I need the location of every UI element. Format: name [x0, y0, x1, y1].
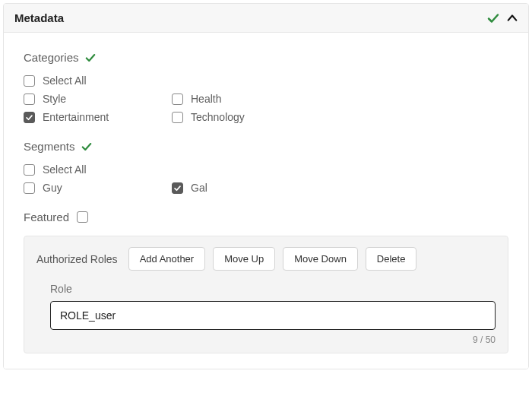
metadata-panel: Metadata Categories Select All Style: [3, 3, 529, 369]
checkbox-label: Select All: [43, 74, 87, 87]
checkbox-icon: [172, 93, 183, 105]
checkbox-label: Entertainment: [43, 111, 109, 123]
checkbox-icon: [24, 112, 35, 123]
featured-row[interactable]: Featured: [24, 211, 508, 223]
role-input[interactable]: [50, 301, 496, 330]
role-field: Role 9 / 50: [36, 283, 496, 345]
checkbox-label: Technology: [191, 111, 245, 123]
checkbox-icon: [24, 164, 35, 176]
category-entertainment[interactable]: Entertainment: [24, 111, 172, 123]
category-technology[interactable]: Technology: [172, 111, 320, 123]
checkbox-icon: [24, 182, 35, 194]
segments-grid: Select All Guy Gal: [24, 163, 508, 194]
checkbox-label: Gal: [191, 182, 207, 194]
category-style[interactable]: Style: [24, 93, 172, 105]
categories-select-all[interactable]: Select All: [24, 74, 320, 87]
roles-header-label: Authorized Roles: [36, 253, 118, 265]
segment-guy[interactable]: Guy: [24, 182, 172, 194]
panel-body: Categories Select All Style Health: [4, 33, 528, 369]
char-count: 9 / 50: [50, 334, 496, 345]
metadata-panel-header: Metadata: [4, 4, 528, 33]
categories-section-title: Categories: [24, 51, 508, 64]
authorized-roles-panel: Authorized Roles Add Another Move Up Mov…: [24, 236, 508, 353]
segments-section-title: Segments: [24, 140, 508, 153]
move-up-button[interactable]: Move Up: [213, 247, 275, 271]
add-another-button[interactable]: Add Another: [128, 247, 206, 271]
checkbox-label: Select All: [43, 163, 87, 176]
featured-label: Featured: [24, 211, 69, 223]
move-down-button[interactable]: Move Down: [283, 247, 358, 271]
segment-gal[interactable]: Gal: [172, 182, 320, 194]
segments-select-all[interactable]: Select All: [24, 163, 320, 176]
checkbox-icon: [24, 75, 35, 87]
panel-title: Metadata: [14, 11, 64, 24]
checkbox-icon: [172, 182, 183, 194]
role-field-label: Role: [50, 283, 496, 295]
checkmark-icon: [81, 141, 92, 152]
categories-grid: Select All Style Health Entertainment Te…: [24, 74, 508, 123]
categories-title-text: Categories: [24, 51, 79, 64]
checkbox-label: Guy: [43, 182, 62, 194]
checkbox-icon: [172, 112, 183, 123]
checkbox-icon: [24, 93, 35, 105]
checkmark-icon: [85, 52, 96, 63]
roles-header: Authorized Roles Add Another Move Up Mov…: [36, 247, 496, 271]
checkbox-icon: [77, 211, 88, 223]
checkbox-label: Style: [43, 93, 66, 105]
category-health[interactable]: Health: [172, 93, 320, 105]
delete-button[interactable]: Delete: [366, 247, 417, 271]
collapse-icon[interactable]: [507, 13, 518, 24]
segments-title-text: Segments: [24, 140, 75, 153]
panel-header-actions: [487, 12, 518, 24]
valid-icon: [487, 12, 499, 24]
checkbox-label: Health: [191, 93, 221, 105]
